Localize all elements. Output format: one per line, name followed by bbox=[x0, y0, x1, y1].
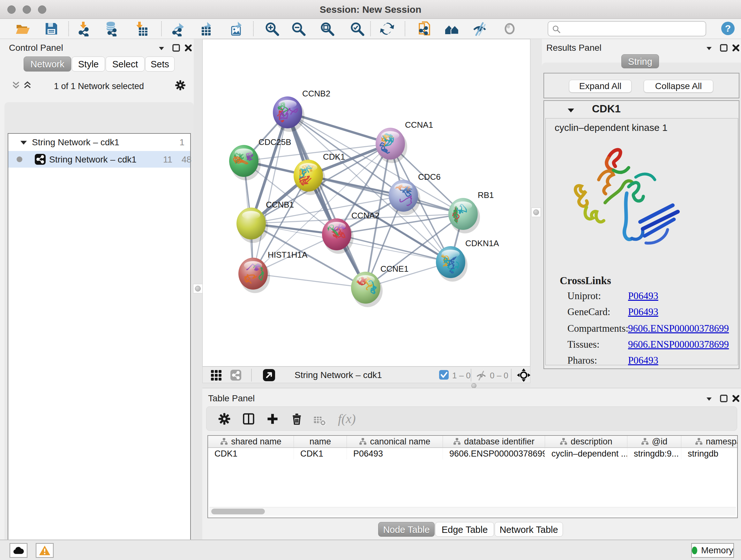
crosslink-genecard-link[interactable]: P06493 bbox=[628, 306, 658, 318]
graph-node[interactable]: RB1 bbox=[448, 190, 494, 230]
refresh-icon[interactable] bbox=[380, 21, 395, 37]
column-header[interactable]: namespace bbox=[681, 436, 738, 447]
table-row[interactable]: CDK1 CDK1 P06493 9606.ENSP00000378699 cy… bbox=[208, 448, 738, 459]
tab-edge-table[interactable]: Edge Table bbox=[435, 522, 494, 537]
section-collapse-icon[interactable] bbox=[567, 107, 575, 114]
expand-all-button[interactable]: Expand All bbox=[569, 80, 631, 92]
main-toolbar: ? bbox=[0, 19, 741, 39]
network-collection-row[interactable]: String Network – cdk1 1 bbox=[8, 134, 190, 151]
delete-column-trash-icon[interactable] bbox=[290, 412, 304, 426]
node-label: HIST1H1A bbox=[268, 250, 308, 260]
node-table[interactable]: shared name name canonical name database… bbox=[207, 435, 738, 518]
fit-content-crosshair-icon[interactable] bbox=[517, 368, 531, 382]
vertical-splitter-left[interactable] bbox=[194, 39, 202, 540]
shared-column-icon bbox=[359, 438, 367, 445]
splitter-handle[interactable] bbox=[193, 284, 203, 294]
column-header[interactable]: database identifier bbox=[443, 436, 545, 447]
network-row-selected[interactable]: String Network – cdk1 11 48 bbox=[8, 151, 190, 168]
collapse-all-networks-icon[interactable] bbox=[11, 80, 20, 89]
import-network-database-icon[interactable] bbox=[104, 21, 119, 37]
zoom-in-icon[interactable] bbox=[264, 21, 280, 37]
crosslink-tissues-link[interactable]: 9606.ENSP00000378699 bbox=[628, 339, 729, 350]
show-columns-icon[interactable] bbox=[242, 412, 256, 426]
network-edge-count: 48 bbox=[182, 154, 192, 165]
panel-collapse-icon[interactable] bbox=[704, 395, 714, 403]
table-gear-icon[interactable] bbox=[217, 412, 231, 426]
vertical-splitter-right[interactable] bbox=[530, 39, 542, 388]
network-label: String Network – cdk1 bbox=[49, 154, 137, 165]
horizontal-scrollbar[interactable] bbox=[209, 507, 736, 516]
grid-view-icon[interactable] bbox=[210, 369, 222, 381]
column-header[interactable]: shared name bbox=[208, 436, 294, 447]
network-options-gear-icon[interactable] bbox=[174, 79, 186, 91]
collapse-all-button[interactable]: Collapse All bbox=[644, 80, 713, 92]
first-neighbors-houses-icon[interactable] bbox=[444, 21, 460, 37]
zoom-selected-icon[interactable] bbox=[349, 21, 365, 37]
cloud-status-button[interactable] bbox=[10, 543, 27, 558]
tab-select[interactable]: Select bbox=[106, 57, 145, 71]
expand-all-networks-icon[interactable] bbox=[23, 80, 32, 89]
help-icon[interactable]: ? bbox=[720, 21, 736, 36]
protein-description: cyclin–dependent kinase 1 bbox=[555, 122, 668, 133]
panel-float-icon[interactable] bbox=[719, 394, 728, 403]
search-field[interactable] bbox=[548, 21, 706, 37]
crosslink-uniprot-link[interactable]: P06493 bbox=[628, 290, 658, 302]
string-copy-network-icon[interactable] bbox=[417, 21, 432, 37]
horizontal-splitter[interactable] bbox=[202, 383, 530, 388]
panel-float-icon[interactable] bbox=[719, 44, 728, 52]
birds-eye-view-icon[interactable] bbox=[263, 369, 275, 381]
column-header[interactable]: name bbox=[294, 436, 347, 447]
crosslink-compartments-link[interactable]: 9606.ENSP00000378699 bbox=[628, 323, 729, 334]
panel-close-icon[interactable] bbox=[184, 44, 193, 52]
column-header[interactable]: @id bbox=[627, 436, 681, 447]
show-all-eye-icon[interactable] bbox=[502, 21, 517, 37]
import-network-file-icon[interactable] bbox=[76, 21, 91, 37]
import-table-icon[interactable] bbox=[134, 21, 149, 37]
add-column-icon[interactable] bbox=[266, 412, 280, 426]
save-session-icon[interactable] bbox=[44, 21, 59, 37]
selected-nodes-checkbox[interactable] bbox=[439, 370, 449, 380]
node-label: CCNB2 bbox=[302, 89, 330, 98]
splitter-handle[interactable] bbox=[471, 383, 476, 388]
string-view-icon[interactable] bbox=[230, 369, 242, 381]
tab-style[interactable]: Style bbox=[72, 57, 105, 71]
memory-button[interactable]: Memory bbox=[691, 543, 734, 558]
panel-float-icon[interactable] bbox=[172, 44, 181, 52]
hide-selected-eye-slash-icon[interactable] bbox=[472, 21, 487, 37]
panel-collapse-icon[interactable] bbox=[704, 44, 714, 53]
graph-node[interactable]: CDKN1A bbox=[436, 239, 499, 278]
panel-close-icon[interactable] bbox=[731, 44, 740, 52]
panel-collapse-icon[interactable] bbox=[157, 44, 166, 53]
delete-table-icon[interactable] bbox=[313, 413, 327, 427]
splitter-handle[interactable] bbox=[531, 207, 541, 217]
graph-node[interactable]: CDC25B bbox=[229, 137, 291, 177]
tab-sets[interactable]: Sets bbox=[145, 57, 175, 71]
export-image-icon[interactable] bbox=[228, 21, 244, 37]
warnings-button[interactable] bbox=[36, 543, 54, 558]
column-header[interactable]: description bbox=[545, 436, 627, 447]
tree-expand-icon[interactable] bbox=[20, 139, 27, 146]
tab-node-table[interactable]: Node Table bbox=[378, 522, 434, 537]
view-network-title: String Network – cdk1 bbox=[294, 370, 382, 380]
tab-network[interactable]: Network bbox=[23, 57, 71, 71]
export-table-icon[interactable] bbox=[199, 21, 214, 37]
tab-network-table[interactable]: Network Table bbox=[495, 522, 563, 537]
collection-label: String Network – cdk1 bbox=[32, 137, 119, 147]
open-file-icon[interactable] bbox=[15, 21, 30, 37]
column-header[interactable]: canonical name bbox=[347, 436, 443, 447]
panel-close-icon[interactable] bbox=[731, 394, 740, 403]
crosslink-pharos-link[interactable]: P06493 bbox=[628, 355, 658, 366]
hidden-eye-slash-icon[interactable] bbox=[476, 370, 487, 381]
node-label: RB1 bbox=[478, 190, 494, 200]
zoom-fit-icon[interactable] bbox=[320, 21, 335, 37]
export-network-icon[interactable] bbox=[171, 21, 186, 37]
zoom-out-icon[interactable] bbox=[291, 21, 306, 37]
graph-node[interactable]: HIST1H1A bbox=[239, 250, 308, 290]
search-input[interactable] bbox=[563, 23, 702, 35]
network-canvas[interactable]: CCNB2CCNA1CDC25BCDK1CDC6RB1CCNB1CCNA2CDK… bbox=[202, 39, 530, 367]
function-builder-fx[interactable]: f(x) bbox=[338, 411, 356, 426]
tab-string[interactable]: String bbox=[621, 54, 659, 68]
scrollbar-thumb[interactable] bbox=[211, 509, 265, 514]
protein-structure-image bbox=[560, 139, 701, 260]
network-graph[interactable]: CCNB2CCNA1CDC25BCDK1CDC6RB1CCNB1CCNA2CDK… bbox=[203, 39, 530, 366]
